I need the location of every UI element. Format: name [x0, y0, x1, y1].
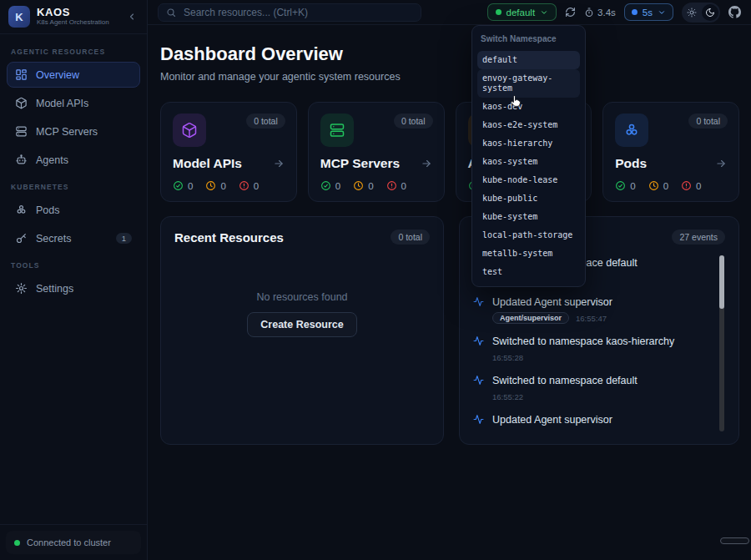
namespace-option[interactable]: local-path-storage: [477, 226, 580, 245]
stat-card-model-apis[interactable]: 0 total Model APIs 0 0 0: [160, 102, 297, 202]
app-name: KAOS: [37, 7, 109, 18]
event-title: Switched to namespace kaos-hierarchy: [492, 335, 674, 348]
sidebar-item-agents[interactable]: Agents: [7, 147, 140, 173]
error-count: 0: [254, 181, 259, 191]
app-logo: K: [8, 6, 30, 28]
activity-pulse-icon: [473, 414, 484, 426]
cluster-status-label: Connected to cluster: [27, 537, 111, 547]
app-title-block: KAOS K8s Agent Orchestration: [37, 7, 109, 27]
sidebar-item-model-apis[interactable]: Model APIs: [7, 90, 140, 116]
gear-icon: [15, 282, 28, 295]
namespace-status-dot-icon: [496, 9, 502, 15]
recent-resources-header: Recent Resources 0 total: [174, 230, 430, 245]
namespace-current-value: default: [507, 8, 536, 18]
namespace-option[interactable]: metallb-system: [477, 245, 580, 263]
alert-circle-icon: [386, 180, 397, 191]
theme-toggle: [682, 3, 720, 23]
namespace-option[interactable]: kaos-system: [477, 153, 580, 171]
activity-pulse-icon: [473, 375, 484, 402]
section-label: AGENTIC RESOURCES: [11, 48, 136, 56]
check-circle-icon: [615, 180, 626, 191]
namespace-option[interactable]: kaos-dev: [477, 98, 580, 116]
stat-card-pods[interactable]: 0 total Pods 0 0 0: [602, 102, 739, 202]
sidebar-footer: Connected to cluster: [0, 524, 147, 560]
sidebar-item-settings[interactable]: Settings: [7, 275, 140, 301]
search-box[interactable]: [158, 3, 421, 22]
error-count: 0: [401, 181, 406, 191]
main-content: Dashboard Overview Monitor and manage yo…: [148, 25, 751, 560]
recent-resources-title: Recent Resources: [174, 230, 284, 245]
bottom-panels: Recent Resources 0 total No resources fo…: [160, 216, 739, 445]
section-label: KUBERNETES: [11, 183, 136, 191]
sidebar-section: TOOLS Settings: [7, 261, 140, 301]
namespace-option[interactable]: kube-public: [477, 189, 580, 208]
events-scrollbar-track[interactable]: [719, 255, 724, 431]
key-icon: [15, 232, 28, 245]
event-item: Switched to namespace kaos-hierarchy 16:…: [473, 335, 700, 363]
search-input[interactable]: [182, 6, 413, 19]
sidebar-collapse-button[interactable]: [125, 10, 139, 23]
ready-count: 0: [335, 181, 340, 191]
server-icon: [320, 114, 354, 147]
sidebar-item-badge: 1: [116, 233, 132, 244]
section-items: Pods Secrets 1: [7, 197, 140, 251]
alert-circle-icon: [681, 180, 692, 191]
namespace-option[interactable]: test: [477, 263, 580, 281]
sidebar-item-overview[interactable]: Overview: [7, 62, 140, 88]
namespace-option[interactable]: default: [477, 51, 580, 69]
stat-card-mcp-servers[interactable]: 0 total MCP Servers 0 0 0: [308, 102, 445, 202]
section-label: TOOLS: [11, 261, 136, 270]
error-count: 0: [696, 181, 701, 191]
arrow-right-icon: [273, 158, 285, 169]
kaos-dashboard: K KAOS K8s Agent Orchestration AGENTIC R…: [0, 0, 751, 560]
card-stats: 0 0 0: [615, 180, 727, 191]
sidebar-section: AGENTIC RESOURCES Overview Model APIs MC…: [7, 48, 140, 173]
github-icon: [728, 6, 741, 18]
sidebar-section: KUBERNETES Pods Secrets 1: [7, 183, 140, 251]
server-icon: [15, 125, 28, 138]
empty-state: No resources found Create Resource: [174, 291, 430, 337]
app-subtitle: K8s Agent Orchestration: [37, 18, 109, 27]
ready-count: 0: [630, 181, 635, 191]
clock-icon: [353, 180, 364, 191]
event-timestamp: 16:55:47: [576, 314, 607, 323]
refresh-button[interactable]: [565, 7, 576, 18]
sidebar-item-label: Pods: [36, 204, 60, 216]
sidebar-item-secrets[interactable]: Secrets 1: [7, 225, 140, 251]
bot-icon: [15, 154, 28, 166]
sidebar-item-label: Overview: [36, 69, 79, 81]
light-theme-button[interactable]: [683, 4, 700, 21]
event-resource-badge: Agent/supervisor: [492, 312, 569, 324]
window-resize-handle[interactable]: [720, 537, 749, 544]
cube-icon: [15, 97, 28, 109]
create-resource-button[interactable]: Create Resource: [247, 312, 356, 337]
sidebar-item-mcp-servers[interactable]: MCP Servers: [7, 119, 140, 144]
namespace-dropdown: Switch Namespace defaultenvoy-gateway-sy…: [471, 25, 586, 287]
page-title: Dashboard Overview: [160, 43, 739, 65]
sidebar-item-pods[interactable]: Pods: [7, 197, 140, 223]
event-title: Switched to namespace default: [492, 374, 638, 387]
namespace-option[interactable]: kaos-e2e-system: [477, 116, 580, 134]
event-item: Updated Agent supervisor: [473, 413, 700, 426]
events-scrollbar-thumb[interactable]: [719, 255, 724, 309]
dashboard-icon: [15, 68, 28, 81]
clock-icon: [648, 180, 659, 191]
stat-cards-row: 0 total Model APIs 0 0 0 0 total MCP Ser…: [160, 102, 739, 202]
interval-dot-icon: [632, 9, 638, 15]
dark-theme-button[interactable]: [702, 4, 718, 21]
card-title: MCP Servers: [320, 156, 400, 171]
clock-icon: [205, 180, 216, 191]
namespace-option[interactable]: envoy-gateway-system: [477, 69, 580, 98]
namespace-option[interactable]: kube-node-lease: [477, 171, 580, 189]
interval-value: 5s: [643, 8, 653, 18]
alert-circle-icon: [239, 180, 249, 191]
namespace-option[interactable]: kube-system: [477, 208, 580, 226]
card-stats: 0 0 0: [173, 180, 285, 191]
refresh-interval-selector[interactable]: 5s: [624, 3, 673, 21]
stopwatch-icon: [584, 8, 594, 18]
event-title: Updated Agent supervisor: [492, 413, 612, 426]
namespace-selector-button[interactable]: default: [487, 3, 557, 21]
namespace-option[interactable]: kaos-hierarchy: [477, 134, 580, 153]
sidebar-nav: AGENTIC RESOURCES Overview Model APIs MC…: [0, 34, 147, 524]
github-link[interactable]: [728, 6, 741, 18]
